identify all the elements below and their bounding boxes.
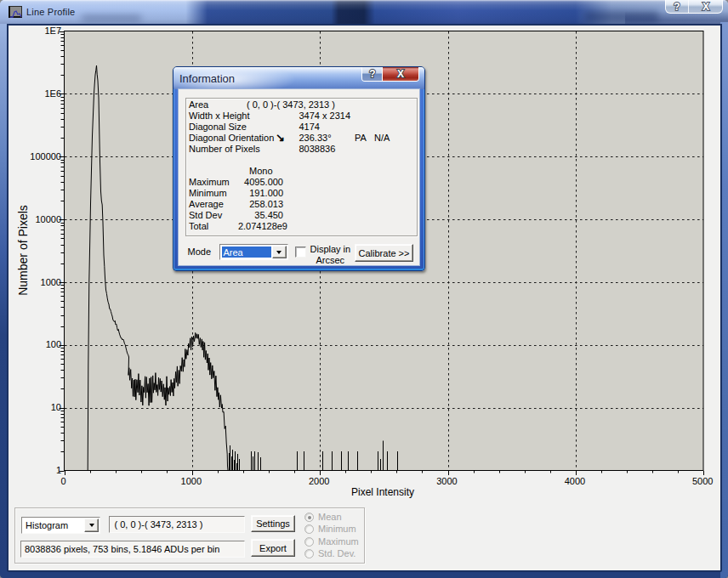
svg-text:?: ? bbox=[674, 1, 680, 13]
svg-text:X: X bbox=[702, 1, 708, 13]
svg-text:X: X bbox=[397, 68, 404, 80]
svg-text:?: ? bbox=[369, 68, 375, 80]
